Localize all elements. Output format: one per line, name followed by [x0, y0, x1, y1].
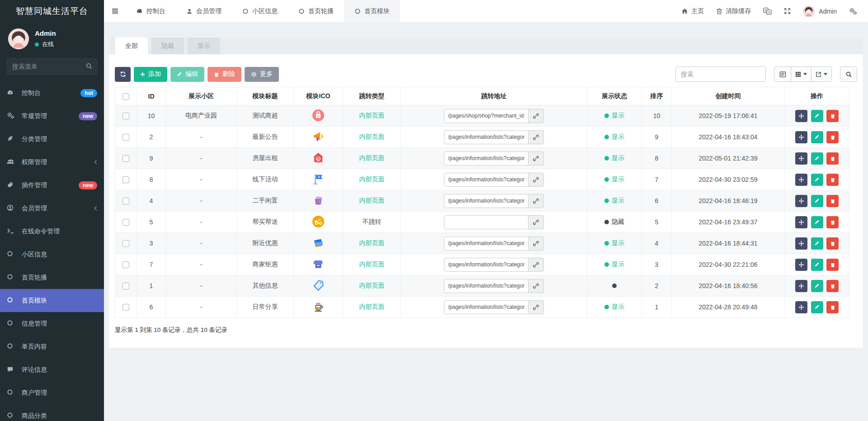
row-checkbox[interactable]	[123, 176, 129, 183]
row-edit-button[interactable]	[811, 216, 823, 228]
user-menu[interactable]: Admin	[803, 5, 837, 17]
row-edit-button[interactable]	[811, 237, 823, 250]
row-checkbox[interactable]	[123, 155, 129, 162]
topbar-tab[interactable]: 首页轮播	[288, 0, 344, 22]
jump-url-input[interactable]	[444, 173, 528, 187]
sidebar-item[interactable]: 控制台 hot	[0, 81, 104, 104]
move-button[interactable]	[795, 280, 807, 292]
row-edit-button[interactable]	[811, 259, 823, 271]
row-delete-button[interactable]	[826, 195, 839, 207]
sidebar-item[interactable]: 评论信息	[0, 358, 104, 381]
link-button[interactable]	[528, 173, 544, 187]
export-button[interactable]	[811, 66, 832, 82]
topbar-tab[interactable]: 控制台	[126, 0, 176, 22]
sidebar-item[interactable]: 小区信息	[0, 243, 104, 266]
row-edit-button[interactable]	[811, 195, 823, 207]
link-button[interactable]	[528, 194, 544, 208]
detail-view-button[interactable]	[774, 66, 791, 82]
row-delete-button[interactable]	[826, 131, 839, 143]
sidebar-item[interactable]: 权限管理	[0, 151, 104, 174]
topbar-tab[interactable]: 会员管理	[176, 0, 232, 22]
clear-cache-link[interactable]: 清除缓存	[716, 7, 751, 15]
move-button[interactable]	[795, 195, 807, 207]
row-delete-button[interactable]	[826, 152, 839, 165]
filter-tab[interactable]: 隐藏	[151, 38, 184, 54]
sidebar-item[interactable]: 会员管理	[0, 197, 104, 220]
jump-url-input[interactable]	[444, 109, 528, 123]
select-all-checkbox[interactable]	[123, 93, 129, 100]
sidebar-item[interactable]: 首页轮播	[0, 266, 104, 289]
row-edit-button[interactable]	[811, 280, 823, 292]
table-search-input[interactable]	[675, 66, 766, 82]
language-icon[interactable]: 文A	[763, 7, 772, 15]
sidebar-item[interactable]: 在线命令管理	[0, 220, 104, 243]
add-button[interactable]: 添加	[134, 67, 167, 82]
more-button[interactable]: 更多	[245, 67, 279, 82]
row-checkbox[interactable]	[123, 283, 129, 289]
move-button[interactable]	[795, 237, 807, 250]
sidebar-item[interactable]: 常规管理 new	[0, 104, 104, 128]
sidebar-item[interactable]: 首页模块	[0, 289, 104, 312]
row-edit-button[interactable]	[811, 174, 823, 186]
delete-button[interactable]: 删除	[208, 67, 241, 82]
row-checkbox[interactable]	[123, 113, 129, 119]
link-button[interactable]	[528, 215, 544, 229]
sidebar-item[interactable]: 单页内容	[0, 335, 104, 358]
row-edit-button[interactable]	[811, 301, 823, 313]
fullscreen-icon[interactable]	[784, 8, 791, 14]
row-edit-button[interactable]	[811, 152, 823, 165]
link-button[interactable]	[528, 151, 544, 166]
move-button[interactable]	[795, 216, 807, 228]
menu-search-input[interactable]	[6, 58, 98, 75]
topbar-tab[interactable]: 首页模块	[344, 0, 400, 22]
jump-url-input[interactable]	[444, 258, 528, 272]
row-delete-button[interactable]	[826, 110, 839, 122]
settings-cogs-icon[interactable]	[849, 8, 857, 15]
link-button[interactable]	[528, 109, 544, 123]
sidebar-item[interactable]: 商户管理	[0, 381, 104, 404]
row-delete-button[interactable]	[826, 301, 839, 313]
link-button[interactable]	[528, 258, 544, 272]
refresh-button[interactable]	[115, 67, 131, 82]
row-checkbox[interactable]	[123, 240, 129, 247]
row-checkbox[interactable]	[123, 198, 129, 204]
jump-url-input[interactable]	[444, 279, 528, 293]
row-delete-button[interactable]	[826, 259, 839, 271]
home-link[interactable]: 主页	[681, 7, 704, 15]
row-edit-button[interactable]	[811, 110, 823, 122]
move-button[interactable]	[795, 152, 807, 165]
row-delete-button[interactable]	[826, 216, 839, 228]
topbar-tab[interactable]: 小区信息	[232, 0, 288, 22]
row-delete-button[interactable]	[826, 280, 839, 292]
filter-tab[interactable]: 显示	[188, 38, 220, 54]
row-delete-button[interactable]	[826, 237, 839, 250]
sidebar-item[interactable]: 分类管理	[0, 128, 104, 151]
row-checkbox[interactable]	[123, 304, 129, 311]
move-button[interactable]	[795, 259, 807, 271]
move-button[interactable]	[795, 301, 807, 313]
search-button[interactable]	[840, 66, 857, 82]
row-checkbox[interactable]	[123, 261, 129, 268]
link-button[interactable]	[528, 237, 544, 251]
jump-url-input[interactable]	[444, 194, 528, 208]
row-checkbox[interactable]	[123, 219, 129, 226]
row-edit-button[interactable]	[811, 131, 823, 143]
row-checkbox[interactable]	[123, 134, 129, 141]
link-button[interactable]	[528, 130, 544, 144]
link-button[interactable]	[528, 279, 544, 293]
jump-url-input[interactable]	[444, 151, 528, 166]
move-button[interactable]	[795, 131, 807, 143]
move-button[interactable]	[795, 110, 807, 122]
sidebar-item[interactable]: 信息管理	[0, 312, 104, 335]
filter-tab[interactable]: 全部	[115, 38, 148, 54]
hamburger-icon[interactable]	[104, 0, 126, 22]
row-delete-button[interactable]	[826, 174, 839, 186]
sidebar-item[interactable]: 商品分类	[0, 404, 104, 421]
jump-url-input[interactable]	[444, 300, 528, 314]
jump-url-input[interactable]	[444, 215, 528, 229]
jump-url-input[interactable]	[444, 130, 528, 144]
link-button[interactable]	[528, 300, 544, 314]
columns-button[interactable]	[791, 66, 811, 82]
move-button[interactable]	[795, 174, 807, 186]
jump-url-input[interactable]	[444, 237, 528, 251]
